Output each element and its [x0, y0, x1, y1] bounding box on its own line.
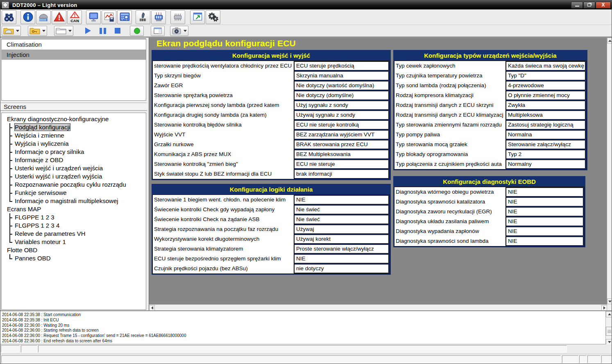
memory-chip-button[interactable] — [170, 10, 185, 24]
screen-layout-button[interactable] — [151, 26, 165, 36]
tree-item[interactable]: Usterki wyjść i urządzeń wyjścia — [2, 172, 146, 181]
config-row-value-wrap: Nie dotyczy (wartość domyślna) — [294, 81, 390, 90]
log-scrollbar[interactable] — [605, 311, 612, 345]
vehicle-data-button[interactable] — [36, 10, 51, 24]
record-button[interactable] — [130, 26, 144, 36]
status-cell — [1, 355, 561, 363]
dropdown-arrow-icon[interactable] — [16, 30, 19, 32]
screen-display-button[interactable] — [86, 10, 101, 24]
system-list-item[interactable]: Climatisation — [2, 39, 146, 50]
scroll-up-button[interactable] — [607, 38, 612, 43]
tree-item[interactable]: Podgląd konfiguracji — [2, 123, 146, 131]
tree-item[interactable]: Ekrany diagnostyczno-konfiguracyjne — [2, 115, 146, 123]
open-window-button[interactable] — [190, 10, 205, 24]
can-faults-button[interactable]: CAN — [67, 10, 82, 24]
config-row-value: Nie świeć — [294, 215, 389, 224]
actuator-test-button[interactable] — [136, 10, 150, 24]
tree-item[interactable]: Usterki wejść i urządzeń wejścia — [2, 164, 146, 172]
open-folder-button[interactable] — [54, 26, 73, 36]
ecu-connector-button[interactable] — [151, 10, 166, 24]
config-row-value-wrap: O płynnie zmiennej mocy — [506, 90, 586, 100]
tree-item[interactable]: Ecrans MAP — [2, 205, 146, 213]
vertical-scrollbar[interactable] — [607, 38, 612, 304]
info-button[interactable] — [20, 10, 35, 24]
pause-button[interactable] — [96, 26, 110, 36]
config-row-value-wrap: Nie świeć — [294, 205, 390, 215]
config-row-label: Konfiguracja pierwszej sondy lambda (prz… — [153, 100, 294, 110]
tree-item-label: Wyjścia i wyliczenia — [15, 140, 69, 147]
stop-button[interactable] — [111, 26, 125, 36]
config-row-label: Diagnostyka sprawności sond lambda — [394, 236, 506, 246]
config-row-value-wrap: Typ 2 — [506, 149, 586, 159]
log-line: 2014-06-08 22:36:00 : End refresh data t… — [2, 339, 605, 344]
vehicle-icon — [38, 12, 49, 23]
panel-types-title: Konfiguracja typów urządzeń wejścia/wyjś… — [394, 51, 587, 61]
config-row-value-wrap: Proste sterowanie włącz/wyłącz — [294, 244, 390, 254]
tree-item[interactable]: Informacje o pracy silnika — [2, 148, 146, 156]
snapshot-button[interactable] — [170, 26, 188, 36]
horizontal-scrollbar[interactable] — [149, 304, 607, 311]
dropdown-arrow-icon[interactable] — [68, 30, 72, 32]
tree-item[interactable]: FLGPPS 1 2 3 4 — [2, 222, 146, 230]
minimize-button[interactable] — [571, 2, 583, 9]
open-keyed-folder-button[interactable] — [28, 26, 47, 36]
tree-item[interactable]: Informacje z OBD — [2, 156, 146, 164]
config-row-value-wrap: NIE — [506, 207, 584, 217]
status-bar-lower — [0, 354, 612, 364]
config-row-value-wrap: nie dotyczy — [294, 264, 390, 274]
config-row-value: NIE — [506, 197, 583, 206]
tree-item[interactable]: Flotte OBD — [2, 246, 146, 254]
minimize-icon — [575, 6, 579, 7]
play-button[interactable] — [81, 26, 95, 36]
config-row-value: Nie świeć — [294, 205, 389, 214]
faults-button[interactable] — [52, 10, 66, 24]
close-button[interactable]: X — [596, 2, 611, 9]
tree-item[interactable]: Wyjścia i wyliczenia — [2, 140, 146, 148]
dropdown-arrow-icon[interactable] — [42, 30, 45, 32]
tree-item[interactable]: Releve de parametres VH — [2, 230, 146, 238]
config-row-label: Typ połączenia z czujnikiem prędkości au… — [394, 159, 506, 169]
tree-item-label: Usterki wejść i urządzeń wejścia — [15, 165, 103, 172]
panel-io-config: Konfiguracja wejść i wyjść sterowanie pr… — [152, 50, 391, 180]
config-row-value-wrap: BEZ zarządzania wyjściem VVT — [294, 130, 390, 140]
tree-item[interactable]: Pannes OBD — [2, 254, 146, 262]
search-button[interactable] — [2, 10, 16, 24]
config-row-label: Wyjście VVT — [153, 130, 294, 140]
tree-item[interactable]: Variables moteur 1 — [2, 238, 146, 246]
config-row-value: Normalny — [506, 160, 585, 169]
scroll-left-button[interactable] — [149, 305, 155, 311]
system-list-item[interactable]: Injection — [2, 50, 146, 60]
close-icon: X — [601, 2, 605, 7]
tree-item[interactable]: Rozpoznawanie początku cyklu rozrządu — [2, 181, 146, 189]
config-row-value-wrap: Używaj sygnału z sondy — [294, 110, 390, 120]
config-row: Diagnostyka sprawności katalizatora NIE — [394, 197, 584, 207]
config-row-value: NIE — [506, 227, 583, 236]
config-row-label: Czujnik prędkości pojazdu (bez ABSu) — [153, 264, 294, 274]
panel-eobd-title: Konfiguracja diagnostyki EOBD — [394, 177, 585, 187]
config-row-value-wrap: Nie dotyczy (domyślne) — [294, 90, 390, 100]
open-vehicle-button[interactable] — [2, 26, 21, 36]
config-row-value-wrap: Każda świeca ma swoją cewkę — [506, 61, 586, 71]
dropdown-arrow-icon[interactable] — [184, 30, 187, 32]
graph-record-button[interactable] — [102, 10, 116, 24]
tree-item[interactable]: Funkcje serwisowe — [2, 189, 146, 197]
record-icon — [134, 28, 140, 34]
config-row: Diagnostyka wtórnego obiegu powietrza NI… — [394, 187, 584, 197]
log-scroll-thumb[interactable] — [606, 327, 612, 336]
tree-item-label: Pannes OBD — [15, 255, 51, 262]
config-row-label: Grzałki nurkowe — [153, 140, 294, 149]
system-label: Injection — [7, 51, 29, 58]
log-scroll-up-button[interactable] — [606, 311, 612, 317]
folder-icon — [56, 27, 66, 35]
tree-item[interactable]: FLGPPE 1 2 3 — [2, 213, 146, 222]
settings-button[interactable] — [206, 10, 220, 24]
config-row: Strategia rozpoznawania na początku faz … — [153, 224, 390, 234]
config-row-label: Wykorzystywanie korekt długoterminowych — [153, 234, 294, 244]
measurement-panel-button[interactable] — [117, 10, 132, 24]
maximize-button[interactable] — [583, 2, 595, 9]
tree-item[interactable]: Wejścia i zmienne — [2, 131, 146, 140]
scroll-right-button[interactable] — [601, 305, 607, 311]
panel-logic-title: Konfiguracja logiki działania — [152, 185, 390, 194]
tree-item[interactable]: Informacje o magistrali multipleksowej — [2, 197, 146, 205]
scroll-down-button[interactable] — [607, 298, 612, 304]
